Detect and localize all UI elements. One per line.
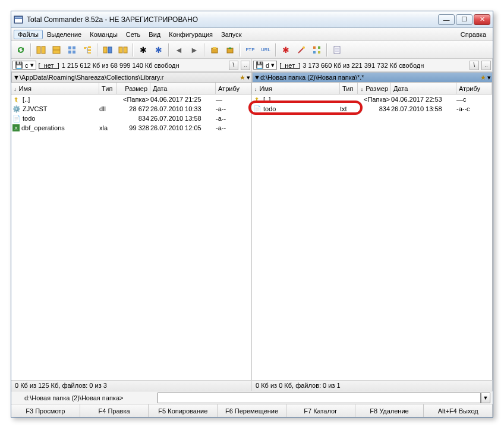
right-drive-none[interactable]: [_нет_] <box>279 62 300 69</box>
hdr-attr[interactable]: Атрибу <box>456 83 492 94</box>
file-type: xla <box>99 124 117 131</box>
history-icon[interactable]: ▾ <box>487 74 491 81</box>
menu-select[interactable]: Выделение <box>43 30 86 39</box>
fav-star-icon[interactable]: ★ <box>238 74 247 81</box>
hdr-date[interactable]: Дата <box>150 83 216 94</box>
menu-view[interactable]: Вид <box>144 30 165 39</box>
deselect-icon[interactable]: ✱ <box>152 43 166 57</box>
cmd-history-button[interactable]: ▼ <box>481 393 490 403</box>
svg-rect-1 <box>15 17 22 18</box>
file-type: txt <box>340 105 358 112</box>
grid-icon[interactable] <box>310 43 324 57</box>
app-window: Total Commander 8.52a - НЕ ЗАРЕГИСТРИРОВ… <box>11 11 493 418</box>
right-headers: Имя Тип Размер Дата Атрибу <box>252 83 492 95</box>
maximize-button[interactable]: ☐ <box>456 14 472 25</box>
equal-panels-icon[interactable] <box>116 43 130 57</box>
fkey-button[interactable]: F7 Каталог <box>286 404 355 417</box>
right-root-button[interactable]: \ <box>470 61 479 70</box>
file-date: 26.07.2010 10:33 <box>150 105 216 112</box>
app-icon <box>14 15 23 24</box>
fkey-button[interactable]: F4 Правка <box>80 404 149 417</box>
hdr-attr[interactable]: Атрибу <box>216 83 251 94</box>
dropdown-icon[interactable]: ▼ <box>254 74 260 81</box>
hdr-type[interactable]: Тип <box>340 83 358 94</box>
history-icon[interactable]: ▾ <box>247 74 250 81</box>
svg-rect-24 <box>313 46 316 49</box>
view-brief-icon[interactable] <box>49 43 64 57</box>
refresh-icon[interactable] <box>14 43 28 57</box>
left-file-list[interactable]: ⮬[..]<Папка>04.06.2017 21:25—⚙️ZJVCSTdll… <box>11 95 251 380</box>
drive-icon: 💾 <box>256 61 264 69</box>
right-up-button[interactable]: .. <box>481 61 491 70</box>
view-tree-icon[interactable] <box>80 43 94 57</box>
close-button[interactable]: ✕ <box>474 14 490 25</box>
url-icon[interactable]: URL <box>259 43 273 57</box>
select-all-icon[interactable]: ✱ <box>136 43 150 57</box>
fkey-button[interactable]: Alt+F4 Выход <box>424 404 493 417</box>
menu-config[interactable]: Конфигурация <box>165 30 217 39</box>
left-drive-select[interactable]: 💾c▾ <box>12 61 36 70</box>
hdr-size[interactable]: Размер <box>117 83 150 94</box>
ftp-icon[interactable]: FTP <box>243 43 257 57</box>
fkey-button[interactable]: F8 Удаление <box>355 404 424 417</box>
wand-icon[interactable] <box>294 43 308 57</box>
hdr-name[interactable]: Имя <box>11 83 99 94</box>
fkey-button[interactable]: F5 Копирование <box>149 404 218 417</box>
svg-rect-17 <box>119 47 122 53</box>
left-panel: Имя Тип Размер Дата Атрибу ⮬[..]<Папка>0… <box>11 83 252 380</box>
dropdown-icon[interactable]: ▼ <box>13 74 20 81</box>
menu-help[interactable]: Справка <box>456 30 490 39</box>
fkey-button[interactable]: F6 Перемещение <box>218 404 286 417</box>
file-row[interactable]: 📄todotxt83426.07.2010 13:58-a--c <box>252 104 492 114</box>
file-date: 26.07.2010 13:58 <box>150 115 216 122</box>
hdr-name[interactable]: Имя <box>252 83 340 94</box>
menu-bar: Файлы Выделение Команды Сеть Вид Конфигу… <box>11 28 493 41</box>
file-row[interactable]: Xdbf_operationsxla99 32826.07.2010 12:05… <box>11 123 251 133</box>
hdr-type[interactable]: Тип <box>99 83 117 94</box>
view-thumb-icon[interactable] <box>65 43 79 57</box>
menu-commands[interactable]: Команды <box>86 30 122 39</box>
menu-net[interactable]: Сеть <box>122 30 144 39</box>
file-row[interactable]: ⮬[..]<Папка>04.06.2017 21:25— <box>11 95 251 104</box>
menu-start[interactable]: Запуск <box>217 30 245 39</box>
fkey-button[interactable]: F3 Просмотр <box>11 404 80 417</box>
right-path[interactable]: ▼ d:\Новая папка (2)\Новая папка\*.* ★ ▾ <box>252 72 493 83</box>
status-bar: 0 Кб из 125 Кб, файлов: 0 из 3 0 Кб из 0… <box>11 380 493 391</box>
file-attr: —c <box>456 96 492 103</box>
left-up-button[interactable]: .. <box>241 61 250 70</box>
pack-icon[interactable] <box>207 43 222 57</box>
back-icon[interactable]: ◄ <box>172 43 186 57</box>
left-path[interactable]: ▼ \AppData\Roaming\Shareaza\Collections\… <box>11 72 252 83</box>
notepad-icon[interactable] <box>330 43 344 57</box>
svg-rect-12 <box>88 46 91 48</box>
left-root-button[interactable]: \ <box>229 61 238 70</box>
title-bar[interactable]: Total Commander 8.52a - НЕ ЗАРЕГИСТРИРОВ… <box>11 11 493 28</box>
file-row[interactable]: 📄todo83426.07.2010 13:58-a-- <box>11 114 251 123</box>
file-size: <Папка> <box>117 96 150 103</box>
file-attr: -a-- <box>216 115 251 122</box>
unpack-icon[interactable] <box>223 43 237 57</box>
svg-rect-14 <box>88 52 91 54</box>
star-red-icon[interactable]: ✱ <box>279 43 293 57</box>
right-file-list[interactable]: ⮬[..]<Папка>04.06.2017 22:53—c📄todotxt83… <box>252 95 492 380</box>
file-row[interactable]: ⚙️ZJVCSTdll28 67226.07.2010 10:33-a-- <box>11 104 251 114</box>
svg-rect-4 <box>42 46 45 54</box>
left-drive-none[interactable]: [_нет_] <box>39 62 59 69</box>
fav-star-icon[interactable]: ★ <box>479 74 487 81</box>
view-list-icon[interactable] <box>34 43 48 57</box>
svg-rect-2 <box>15 19 22 23</box>
swap-panels-icon[interactable] <box>100 43 115 57</box>
right-drive-select[interactable]: 💾d▾ <box>253 61 277 70</box>
svg-rect-26 <box>318 46 320 49</box>
file-row[interactable]: ⮬[..]<Папка>04.06.2017 22:53—c <box>252 95 492 104</box>
cmd-prompt: d:\Новая папка (2)\Новая папка> <box>14 394 158 401</box>
hdr-date[interactable]: Дата <box>391 83 456 94</box>
menu-files[interactable]: Файлы <box>14 30 43 39</box>
forward-icon[interactable]: ► <box>187 43 201 57</box>
file-name: todo <box>23 115 35 122</box>
cmd-input[interactable] <box>158 393 481 403</box>
svg-rect-25 <box>313 51 316 54</box>
hdr-size[interactable]: Размер <box>358 83 391 94</box>
minimize-button[interactable]: — <box>438 14 455 25</box>
file-size: 834 <box>117 115 150 122</box>
